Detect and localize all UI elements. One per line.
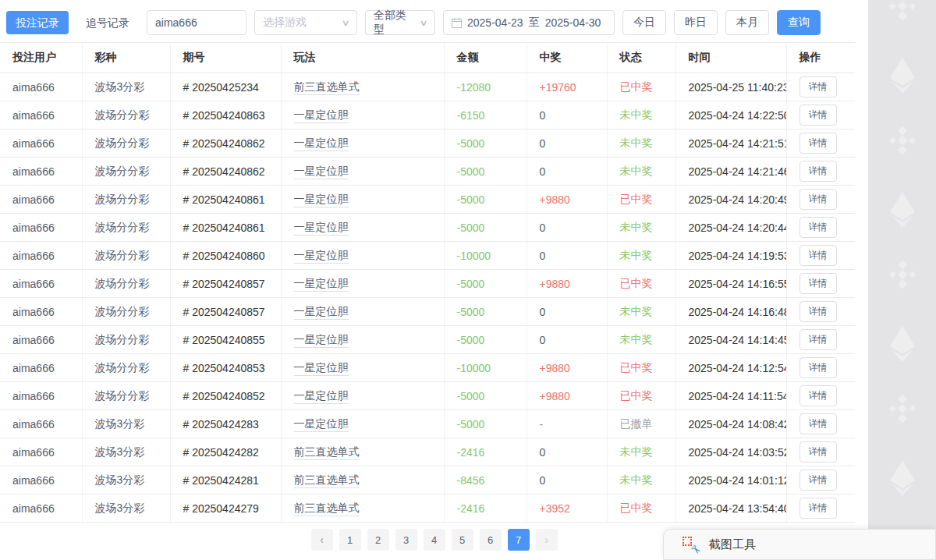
col-header-status: 状态 (607, 43, 675, 73)
cell-time: 2025-04-24 14:20:49 (675, 186, 786, 214)
type-select[interactable]: 全部类型 ∨ (365, 10, 435, 35)
col-header-win: 中奖 (526, 43, 607, 73)
status-badge: 已中奖 (620, 389, 653, 402)
detail-button[interactable]: 详情 (800, 413, 837, 434)
detail-button[interactable]: 详情 (800, 329, 837, 350)
cell-amount: -5000 (444, 410, 526, 438)
cell-action: 详情 (786, 129, 855, 158)
table-row: aima666波场分分彩# 202504240862一星定位胆-50000未中奖… (0, 129, 855, 158)
detail-button[interactable]: 详情 (800, 189, 837, 210)
detail-button[interactable]: 详情 (800, 217, 837, 238)
tab-chase-records[interactable]: 追号记录 (76, 11, 139, 34)
yesterday-button[interactable]: 昨日 (674, 10, 718, 35)
detail-button[interactable]: 详情 (800, 273, 837, 294)
amount-value: -12080 (457, 81, 491, 94)
win-value: +3952 (540, 502, 570, 515)
detail-button[interactable]: 详情 (800, 161, 837, 182)
cell-win: +19760 (526, 73, 607, 101)
detail-button[interactable]: 详情 (800, 470, 837, 491)
cell-status: 未中奖 (607, 298, 675, 326)
cell-period: # 20250424281 (170, 466, 281, 494)
play-name: 一星定位胆 (294, 277, 349, 292)
cell-user: aima666 (0, 326, 82, 354)
cell-user: aima666 (0, 494, 82, 523)
cell-action: 详情 (786, 101, 855, 129)
cell-action: 详情 (786, 410, 855, 438)
cell-period: # 20250424282 (170, 438, 281, 466)
detail-button[interactable]: 详情 (800, 498, 837, 519)
detail-button[interactable]: 详情 (800, 245, 837, 266)
cell-time: 2025-04-24 14:12:54 (675, 354, 786, 382)
detail-button[interactable]: 详情 (800, 441, 837, 463)
snip-tool-panel[interactable]: ✂ 截图工具 (663, 529, 936, 560)
table-header-row: 投注用户 彩种 期号 玩法 金额 中奖 状态 时间 操作 (0, 43, 855, 73)
table-row: aima666波场分分彩# 202504240855一星定位胆-50000未中奖… (0, 326, 855, 354)
cell-status: 未中奖 (607, 101, 675, 129)
page-button-2[interactable]: 2 (367, 529, 389, 551)
page-button-6[interactable]: 6 (480, 529, 502, 551)
cell-lottery: 波场分分彩 (82, 354, 170, 382)
today-button[interactable]: 今日 (622, 10, 666, 35)
page-button-1[interactable]: 1 (339, 529, 361, 551)
cell-status: 未中奖 (607, 438, 675, 466)
detail-button[interactable]: 详情 (800, 133, 837, 154)
cell-play: 一星定位胆 (281, 242, 444, 270)
date-separator: 至 (529, 16, 540, 30)
cell-action: 详情 (786, 354, 855, 382)
detail-button[interactable]: 详情 (800, 301, 837, 322)
cell-play: 一星定位胆 (281, 129, 444, 158)
date-range-picker[interactable]: 2025-04-23 至 2025-04-30 (443, 10, 615, 35)
play-name: 一星定位胆 (294, 136, 349, 151)
win-value: 0 (540, 474, 546, 487)
cell-action: 详情 (786, 466, 855, 494)
detail-button[interactable]: 详情 (800, 357, 837, 378)
detail-button[interactable]: 详情 (800, 385, 837, 406)
month-button[interactable]: 本月 (725, 10, 769, 35)
detail-button[interactable]: 详情 (800, 105, 837, 126)
cell-time: 2025-04-24 14:11:54 (675, 382, 786, 410)
col-header-play: 玩法 (281, 43, 444, 73)
cell-period: # 202504240857 (170, 270, 281, 298)
page-button-4[interactable]: 4 (424, 529, 445, 551)
status-badge: 未中奖 (620, 333, 653, 346)
username-input[interactable] (155, 16, 238, 29)
table-row: aima666波场3分彩# 20250425234前三直选单式-12080+19… (0, 73, 855, 101)
page-button-5[interactable]: 5 (452, 529, 473, 551)
cell-user: aima666 (0, 158, 82, 186)
play-name: 一星定位胆 (294, 361, 349, 376)
binance-icon (887, 393, 918, 427)
cell-time: 2025-04-24 14:20:44 (675, 214, 786, 242)
tab-bet-records[interactable]: 投注记录 (6, 11, 69, 34)
cell-play: 一星定位胆 (281, 214, 444, 242)
cell-period: # 202504240862 (170, 129, 281, 158)
binance-icon (887, 0, 918, 24)
cell-time: 2025-04-24 13:54:40 (675, 494, 786, 523)
game-select[interactable]: 选择游戏 ∨ (254, 10, 357, 35)
status-badge: 已中奖 (620, 193, 653, 205)
background-strip (868, 0, 936, 560)
cell-status: 未中奖 (607, 158, 675, 186)
page-button-7[interactable]: 7 (508, 529, 530, 551)
cell-win: +9880 (526, 354, 607, 382)
binance-icon (887, 259, 918, 292)
play-name: 一星定位胆 (294, 249, 349, 264)
status-badge: 未中奖 (620, 108, 653, 121)
amount-value: -5000 (457, 193, 485, 206)
table-row: aima666波场分分彩# 202504240861一星定位胆-50000未中奖… (0, 214, 855, 242)
cell-user: aima666 (0, 270, 82, 298)
detail-button[interactable]: 详情 (800, 76, 837, 97)
amount-value: -2416 (457, 446, 485, 459)
next-page-button[interactable]: › (536, 529, 558, 551)
table-row: aima666波场分分彩# 202504240861一星定位胆-5000+988… (0, 186, 855, 214)
play-name: 一星定位胆 (294, 333, 349, 348)
table-row: aima666波场分分彩# 202504240857一星定位胆-5000+988… (0, 270, 855, 298)
prev-page-button[interactable]: ‹ (311, 529, 333, 551)
query-button[interactable]: 查询 (777, 10, 821, 35)
cell-period: # 202504240863 (170, 101, 281, 129)
snip-tool-icon: ✂ (682, 536, 700, 553)
cell-play: 一星定位胆 (281, 270, 444, 298)
cell-action: 详情 (786, 326, 855, 354)
page-button-3[interactable]: 3 (395, 529, 417, 551)
cell-user: aima666 (0, 214, 82, 242)
play-name: 一星定位胆 (294, 417, 349, 432)
